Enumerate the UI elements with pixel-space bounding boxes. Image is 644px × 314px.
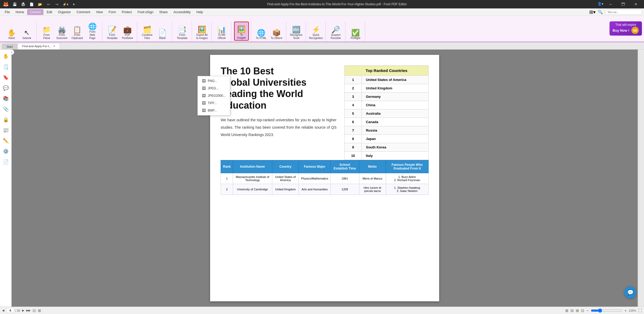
dropdown-quick-btn[interactable]: ▾: [70, 1, 77, 8]
trial-buy-row: Buy Now ! 06: [613, 27, 639, 34]
sidebar-icon-layers[interactable]: 📚: [1, 94, 11, 103]
search-icon[interactable]: 🔍: [598, 9, 603, 15]
pdf-portfolio-button[interactable]: 💼 PDF Portfolio▾: [120, 22, 135, 41]
form-template-button[interactable]: 📝 Form Template: [105, 22, 120, 41]
menu-help[interactable]: Help: [194, 9, 206, 15]
col-year: School Establish Time: [330, 160, 359, 173]
quick-recognition-button[interactable]: ⚡ Quick Recognition: [309, 22, 323, 41]
next-page-button[interactable]: ▶: [22, 309, 24, 312]
zoom-slider[interactable]: [591, 308, 622, 313]
view-double-button[interactable]: ⊟: [571, 308, 574, 313]
row2-year: 1209: [330, 184, 359, 195]
menu-convert[interactable]: Convert: [27, 9, 43, 15]
redo-quick-btn[interactable]: ↪: [53, 1, 61, 8]
to-image-button[interactable]: 🖼️ To Image▾: [234, 22, 249, 41]
tab-start[interactable]: Start: [2, 44, 17, 49]
to-ms-office-buttons: 📊 To MS Office▾: [214, 22, 229, 41]
from-scanner-button[interactable]: 🖨️ From Scanner▾: [55, 22, 69, 41]
new-quick-btn[interactable]: 📄: [28, 1, 35, 8]
sidebar-icon-article[interactable]: 📰: [1, 125, 11, 135]
print-quick-btn[interactable]: 🖨️: [19, 1, 27, 8]
to-other-button[interactable]: 📦 To Other▾: [269, 22, 284, 41]
sidebar-icon-bookmarks[interactable]: 🔖: [1, 73, 11, 82]
dropdown-png[interactable]: 🖼 PNG...: [198, 77, 230, 85]
from-files-button[interactable]: 📁 From Files▾: [39, 22, 54, 41]
fit-page-button[interactable]: ⊡: [33, 308, 36, 313]
user-icon[interactable]: 👤▾: [597, 0, 604, 7]
recognize-text-button[interactable]: 🔤 Recognize Text▾: [289, 22, 304, 41]
menu-comment[interactable]: Comment: [74, 9, 93, 15]
table-rank-8: 8: [345, 135, 362, 143]
close-button[interactable]: ✕: [630, 0, 642, 8]
sidebar-icon-stamp[interactable]: ✏️: [1, 136, 11, 146]
dropdown-bmp[interactable]: 🖼 BMP...: [198, 107, 230, 114]
fullscreen-button[interactable]: ⛶: [638, 308, 642, 313]
dropdown-jpeg2000[interactable]: 🖼 JPEG2000...: [198, 92, 230, 99]
export-buttons: 🖼️ Export All to Images: [195, 22, 209, 41]
from-template-button[interactable]: 📑 From Template: [175, 22, 190, 41]
customize-quick-btn[interactable]: ⚡▾: [62, 1, 69, 8]
recognize-buttons: 🔤 Recognize Text▾: [289, 22, 304, 41]
page-number-input[interactable]: [6, 308, 14, 313]
col-name: Institution Name: [233, 160, 272, 173]
maximize-button[interactable]: 🗖: [617, 0, 629, 8]
sidebar-icon-thumbnail[interactable]: 🗒️: [1, 62, 11, 72]
trial-badge[interactable]: Trial will expire Buy Now ! 06: [610, 21, 642, 36]
hand-tool-button[interactable]: ✋ Hand: [4, 22, 19, 41]
save-quick-btn[interactable]: 💾: [11, 1, 18, 8]
table-rank-5: 5: [345, 109, 362, 118]
open-quick-btn[interactable]: 📂: [36, 1, 44, 8]
last-page-button[interactable]: ▶▶: [26, 309, 31, 312]
menu-protect[interactable]: Protect: [119, 9, 135, 15]
sidebar-icon-signatures[interactable]: 🔒: [1, 115, 11, 124]
menu-form[interactable]: Form: [106, 9, 119, 15]
menu-share[interactable]: Share: [157, 9, 170, 15]
tab-close-button[interactable]: ✕: [53, 44, 56, 48]
menu-accessibility[interactable]: Accessibility: [171, 9, 193, 15]
select-tool-button[interactable]: ↖ Select▾: [19, 22, 34, 41]
from-webpage-icon: 🌐: [88, 23, 97, 30]
bmp-icon: 🖼: [202, 108, 206, 113]
view-options-button[interactable]: ⊡: [581, 308, 584, 313]
fit-width-button[interactable]: ⊞: [38, 308, 41, 313]
sidebar-icon-actions[interactable]: ⚙️: [1, 147, 11, 156]
sidebar-icon-attachments[interactable]: 📎: [1, 104, 11, 114]
sidebar-icon-hand[interactable]: ✋: [1, 52, 11, 61]
from-webpage-button[interactable]: 🌐 From Web Page: [85, 22, 100, 41]
from-clipboard-button[interactable]: 📋 From Clipboard: [70, 22, 85, 41]
row1-country: United States of America: [272, 173, 299, 184]
combine-files-button[interactable]: 🗂️ Combine Files: [140, 22, 155, 41]
layout-options[interactable]: ⊞▾: [589, 9, 596, 15]
menu-edit[interactable]: Edit: [44, 9, 55, 15]
menu-file[interactable]: File: [2, 9, 12, 15]
zoom-in-button[interactable]: +: [625, 308, 627, 313]
table-row: 2 University of Cambridge United Kingdom…: [221, 184, 429, 195]
zoom-out-button[interactable]: −: [586, 308, 588, 313]
menu-view[interactable]: View: [93, 9, 106, 15]
to-html-button[interactable]: 🌐 To HTML: [254, 22, 269, 41]
trial-expire-text: Trial will expire: [613, 23, 639, 27]
export-all-button[interactable]: 🖼️ Export All to Images: [195, 22, 209, 41]
suspect-results-button[interactable]: 🔎 Suspect Results▾: [328, 22, 343, 41]
to-image-icon: 🖼️: [237, 26, 246, 33]
chat-button[interactable]: 💬: [625, 287, 636, 298]
ribbon-group-form-pdf: 📝 Form Template 💼 PDF Portfolio▾: [103, 22, 137, 42]
tab-document[interactable]: Find-and-Apply-For-t... ✕: [18, 43, 60, 49]
dropdown-jpeg[interactable]: 🖼 JPEG...: [198, 85, 230, 92]
prev-page-button[interactable]: ◀: [2, 309, 4, 312]
undo-quick-btn[interactable]: ↩: [45, 1, 52, 8]
minimize-button[interactable]: ─: [605, 0, 617, 8]
preflight-button[interactable]: ✅ Preflight: [348, 22, 363, 41]
menu-home[interactable]: Home: [13, 9, 27, 15]
menu-organize[interactable]: Organize: [55, 9, 73, 15]
sidebar-icon-copy[interactable]: 📄: [1, 157, 11, 167]
blank-button[interactable]: 📄 Blank: [155, 22, 170, 41]
to-ms-office-button[interactable]: 📊 To MS Office▾: [214, 22, 229, 41]
view-single-button[interactable]: ⊞: [565, 308, 568, 313]
view-continuous-button[interactable]: ⊞: [576, 308, 579, 313]
search-input[interactable]: [605, 9, 642, 15]
sidebar-icon-comments[interactable]: 💬: [1, 83, 11, 93]
table-country-5: Australia: [361, 109, 428, 118]
dropdown-tiff[interactable]: 🖼 TIFF...: [198, 99, 230, 107]
menu-foxit-esign[interactable]: Foxit eSign: [135, 9, 156, 15]
